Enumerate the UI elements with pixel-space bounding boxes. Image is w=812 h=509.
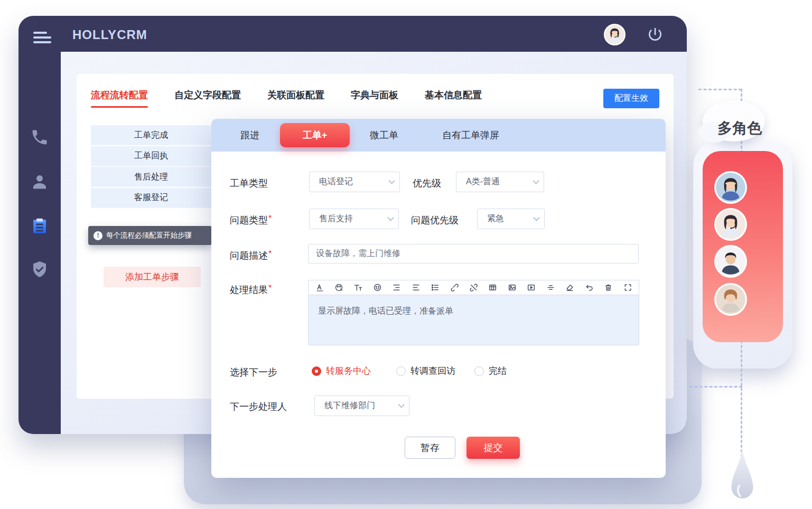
next-step-label: 选择下一步 — [230, 366, 277, 379]
font-size-icon[interactable] — [353, 283, 363, 293]
list-item-ticket-complete[interactable]: 工单完成 — [91, 125, 211, 145]
link-icon[interactable] — [450, 283, 459, 293]
role-avatar-4 — [714, 283, 747, 316]
radio-transfer-service-center[interactable]: 转服务中心 — [312, 365, 371, 377]
modal-tab-popup-ticket[interactable]: 自有工单弹屏 — [442, 119, 499, 152]
issue-desc-input[interactable] — [308, 244, 639, 263]
result-textarea[interactable] — [308, 295, 639, 345]
workflow-step-list: 工单完成 工单回执 售后处理 客服登记 — [91, 125, 211, 209]
issue-priority-select[interactable]: 紧急 — [477, 209, 545, 229]
chevron-down-icon — [388, 177, 395, 184]
modal-tab-ticket-plus[interactable]: 工单+ — [280, 123, 350, 147]
submit-button[interactable]: 提交 — [466, 437, 520, 459]
emoji-icon[interactable] — [372, 283, 382, 293]
list-item-ticket-receipt[interactable]: 工单回执 — [91, 146, 211, 166]
required-mark: * — [268, 284, 272, 293]
brand-logo: HOLLYCRM — [72, 27, 147, 42]
multi-role-label: 多角色 — [717, 118, 762, 138]
ticket-type-label: 工单类型 — [230, 177, 268, 190]
tab-linked-panels[interactable]: 关联面板配置 — [267, 89, 324, 101]
radio-transfer-survey[interactable]: 转调查回访 — [396, 365, 455, 377]
priority-label: 优先级 — [413, 177, 441, 190]
text-style-icon[interactable] — [315, 283, 324, 293]
modal-tab-bar: 跟进 工单+ 微工单 自有工单弹屏 — [211, 119, 666, 152]
config-tab-bar: 流程流转配置 自定义字段配置 关联面板配置 字典与面板 基本信息配置 — [91, 89, 482, 101]
radio-unselected-icon — [474, 366, 484, 376]
phone-icon[interactable] — [30, 128, 49, 147]
power-icon[interactable] — [647, 26, 664, 43]
list-item-service-register[interactable]: 客服登记 — [91, 188, 211, 208]
align-left-icon[interactable] — [411, 283, 421, 293]
apply-config-button[interactable]: 配置生效 — [603, 89, 659, 108]
modal-tab-follow-up[interactable]: 跟进 — [240, 119, 259, 152]
chevron-down-icon — [533, 214, 540, 221]
menu-icon[interactable] — [33, 32, 51, 44]
clipboard-icon[interactable] — [30, 216, 49, 235]
tab-process-flow[interactable]: 流程流转配置 — [91, 89, 148, 101]
user-icon[interactable] — [30, 172, 49, 191]
indent-icon[interactable] — [392, 283, 402, 293]
priority-select[interactable]: A类-普通 — [456, 172, 544, 192]
undo-icon[interactable] — [584, 283, 594, 293]
required-mark: * — [268, 249, 272, 258]
role-avatar-3 — [714, 245, 747, 278]
eraser-icon[interactable] — [565, 283, 575, 293]
issue-desc-label: 问题描述* — [230, 249, 272, 262]
fullscreen-icon[interactable] — [623, 283, 632, 293]
video-icon[interactable] — [527, 283, 536, 293]
user-avatar[interactable] — [604, 24, 626, 45]
radio-finish[interactable]: 完结 — [474, 365, 507, 377]
radio-selected-icon — [312, 366, 321, 376]
role-avatar-1 — [714, 171, 747, 204]
issue-type-select[interactable]: 售后支持 — [309, 209, 399, 229]
divider-icon[interactable] — [546, 283, 555, 293]
issue-priority-label: 问题优先级 — [411, 214, 459, 227]
list-icon[interactable] — [431, 283, 440, 293]
chevron-down-icon — [398, 401, 405, 408]
tab-custom-fields[interactable]: 自定义字段配置 — [174, 89, 241, 101]
issue-type-label: 问题类型* — [230, 214, 272, 227]
tooltip: ! 每个流程必须配置开始步骤 — [88, 226, 212, 245]
save-draft-button[interactable]: 暂存 — [405, 437, 455, 459]
required-mark: * — [268, 214, 272, 223]
teardrop-shape — [727, 445, 757, 507]
next-handler-label: 下一步处理人 — [230, 400, 287, 413]
add-step-button[interactable]: 添加工单步骤 — [104, 267, 201, 287]
dashed-guide-line — [698, 89, 742, 90]
tooltip-text: 每个流程必须配置开始步骤 — [106, 231, 192, 240]
chevron-down-icon — [533, 177, 539, 184]
delete-icon[interactable] — [604, 283, 613, 293]
ticket-form-modal: 跟进 工单+ 微工单 自有工单弹屏 工单类型 电话登记 优先级 A类-普通 问题… — [211, 119, 666, 478]
table-icon[interactable] — [488, 283, 498, 293]
result-label: 处理结果* — [230, 284, 272, 296]
dashed-guide-line — [689, 386, 742, 388]
tab-dictionary-panel[interactable]: 字典与面板 — [351, 89, 398, 101]
unlink-icon[interactable] — [469, 283, 479, 293]
list-item-after-sales[interactable]: 售后处理 — [91, 167, 211, 187]
palette-icon[interactable] — [334, 283, 343, 293]
chevron-down-icon — [387, 214, 394, 221]
role-avatar-2 — [714, 208, 747, 241]
next-handler-select[interactable]: 线下维修部门 — [314, 395, 409, 416]
modal-tab-micro-ticket[interactable]: 微工单 — [370, 119, 398, 152]
image-icon[interactable] — [507, 283, 517, 293]
multi-role-panel — [703, 151, 783, 342]
rich-text-toolbar — [308, 280, 639, 295]
radio-unselected-icon — [396, 366, 406, 376]
ticket-type-select[interactable]: 电话登记 — [309, 172, 400, 192]
exclamation-icon: ! — [94, 231, 102, 240]
tab-basic-info[interactable]: 基本信息配置 — [425, 89, 482, 101]
shield-check-icon[interactable] — [30, 260, 49, 279]
